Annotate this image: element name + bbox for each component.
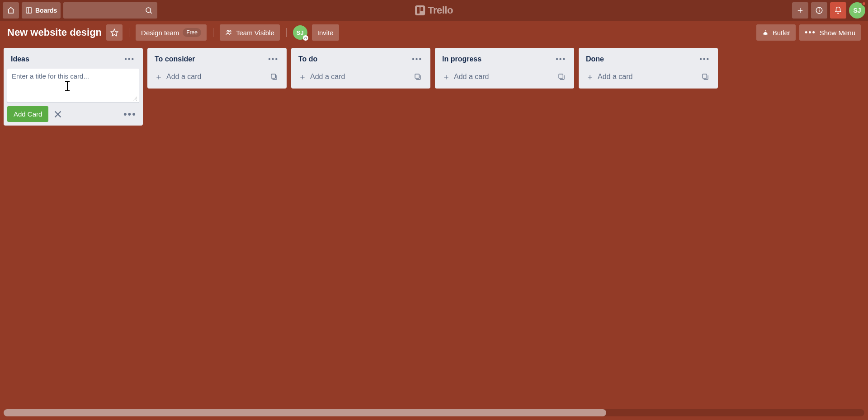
list-title[interactable]: To consider bbox=[155, 55, 195, 63]
composer-options-button[interactable]: ••• bbox=[121, 107, 139, 122]
bell-icon bbox=[834, 6, 842, 14]
list-menu-button[interactable]: ••• bbox=[554, 53, 568, 65]
plus-icon bbox=[796, 6, 804, 14]
svg-marker-9 bbox=[111, 29, 118, 36]
list: In progress ••• ＋ Add a card bbox=[435, 48, 574, 89]
card-template-button[interactable] bbox=[700, 71, 711, 82]
list-menu-button[interactable]: ••• bbox=[410, 53, 424, 65]
visibility-button[interactable]: Team Visible bbox=[220, 24, 280, 41]
svg-rect-17 bbox=[559, 74, 563, 78]
list-title[interactable]: Ideas bbox=[11, 55, 29, 63]
boards-icon bbox=[25, 7, 33, 14]
boards-label: Boards bbox=[35, 7, 57, 14]
divider bbox=[286, 28, 287, 37]
global-header: Boards Trello SJ bbox=[0, 0, 868, 21]
avatar-initials: SJ bbox=[853, 7, 861, 14]
add-card-label: Add a card bbox=[598, 73, 632, 81]
board-name[interactable]: New website design bbox=[7, 27, 102, 38]
template-icon bbox=[702, 73, 709, 80]
show-menu-label: Show Menu bbox=[820, 29, 855, 37]
svg-rect-15 bbox=[271, 74, 275, 78]
list-title[interactable]: Done bbox=[586, 55, 604, 63]
ellipsis-icon: ••• bbox=[556, 55, 566, 63]
list-menu-button[interactable]: ••• bbox=[698, 53, 712, 65]
add-card-submit-button[interactable]: Add Card bbox=[7, 106, 48, 122]
search-input[interactable] bbox=[63, 2, 157, 19]
list: Ideas ••• Add Card ••• bbox=[4, 48, 143, 126]
notification-dot-icon bbox=[862, 1, 866, 6]
template-icon bbox=[414, 73, 421, 80]
logo-text: Trello bbox=[428, 5, 453, 16]
cancel-composer-button[interactable] bbox=[53, 109, 63, 119]
info-button[interactable] bbox=[811, 2, 827, 19]
plus-icon: ＋ bbox=[155, 73, 163, 81]
home-button[interactable] bbox=[3, 2, 19, 19]
svg-point-8 bbox=[819, 9, 820, 9]
invite-label: Invite bbox=[317, 29, 334, 37]
admin-badge-icon bbox=[303, 35, 308, 41]
board-member-avatar[interactable]: SJ bbox=[293, 25, 307, 40]
butler-label: Butler bbox=[773, 29, 790, 37]
ellipsis-icon: ••• bbox=[699, 55, 710, 63]
member-initials: SJ bbox=[297, 29, 304, 36]
app-logo[interactable]: Trello bbox=[415, 5, 453, 16]
show-menu-button[interactable]: ••• Show Menu bbox=[799, 24, 861, 41]
add-card-label: Add a card bbox=[454, 73, 489, 81]
add-card-button[interactable]: ＋ Add a card bbox=[151, 69, 283, 85]
invite-button[interactable]: Invite bbox=[312, 24, 339, 41]
list: To do ••• ＋ Add a card bbox=[291, 48, 430, 89]
divider bbox=[129, 28, 129, 37]
svg-point-11 bbox=[230, 31, 231, 32]
info-icon bbox=[815, 6, 823, 14]
ellipsis-icon: ••• bbox=[412, 55, 422, 63]
search-icon bbox=[145, 6, 153, 14]
card-template-button[interactable] bbox=[269, 71, 279, 82]
boards-button[interactable]: Boards bbox=[22, 2, 61, 19]
divider bbox=[213, 28, 213, 37]
list-title[interactable]: In progress bbox=[442, 55, 481, 63]
list-menu-button[interactable]: ••• bbox=[123, 53, 137, 65]
plus-icon: ＋ bbox=[586, 73, 594, 81]
visibility-label: Team Visible bbox=[236, 29, 274, 37]
ellipsis-icon: ••• bbox=[124, 55, 135, 63]
user-avatar[interactable]: SJ bbox=[849, 2, 865, 19]
list: To consider ••• ＋ Add a card bbox=[147, 48, 287, 89]
star-button[interactable] bbox=[106, 24, 123, 41]
team-name: Design team bbox=[141, 29, 179, 37]
team-button[interactable]: Design team Free bbox=[136, 24, 207, 41]
ellipsis-icon: ••• bbox=[805, 28, 816, 37]
butler-button[interactable]: Butler bbox=[756, 24, 796, 41]
card-template-button[interactable] bbox=[556, 71, 567, 82]
add-card-button[interactable]: ＋ Add a card bbox=[439, 69, 571, 85]
add-card-button[interactable]: ＋ Add a card bbox=[582, 69, 714, 85]
scrollbar-thumb[interactable] bbox=[4, 409, 606, 416]
svg-point-10 bbox=[227, 30, 229, 32]
create-button[interactable] bbox=[792, 2, 808, 19]
card-template-button[interactable] bbox=[412, 71, 423, 82]
svg-rect-18 bbox=[703, 74, 707, 78]
board-header: New website design Design team Free Team… bbox=[0, 21, 868, 44]
logo-mark-icon bbox=[415, 5, 425, 15]
svg-rect-16 bbox=[415, 74, 419, 78]
template-icon bbox=[270, 73, 278, 80]
svg-point-2 bbox=[146, 8, 151, 13]
plus-icon: ＋ bbox=[298, 73, 307, 81]
add-card-button[interactable]: ＋ Add a card bbox=[295, 69, 427, 85]
butler-icon bbox=[762, 29, 769, 36]
horizontal-scrollbar[interactable] bbox=[4, 409, 864, 416]
ellipsis-icon: ••• bbox=[123, 108, 137, 120]
board-canvas[interactable]: Ideas ••• Add Card ••• To consider bbox=[0, 44, 868, 420]
svg-rect-12 bbox=[765, 30, 765, 31]
list: Done ••• ＋ Add a card bbox=[579, 48, 718, 89]
ellipsis-icon: ••• bbox=[268, 55, 278, 63]
plus-icon: ＋ bbox=[442, 73, 450, 81]
add-card-label: Add a card bbox=[310, 73, 345, 81]
notifications-button[interactable] bbox=[830, 2, 846, 19]
close-icon bbox=[53, 109, 63, 119]
list-menu-button[interactable]: ••• bbox=[266, 53, 280, 65]
list-title[interactable]: To do bbox=[298, 55, 317, 63]
svg-line-3 bbox=[151, 12, 152, 13]
star-icon bbox=[110, 28, 118, 37]
card-title-input[interactable] bbox=[12, 72, 135, 97]
card-composer bbox=[7, 69, 139, 103]
